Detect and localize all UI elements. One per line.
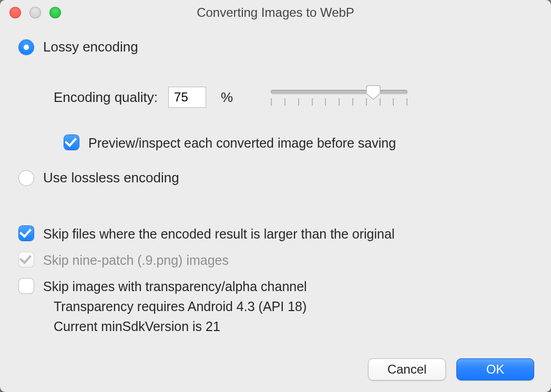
encoding-quality-slider[interactable] (271, 82, 407, 112)
skip-larger-row: Skip files where the encoded result is l… (19, 226, 531, 242)
skip-ninepatch-checkbox (19, 252, 34, 267)
window-title: Converting Images to WebP (197, 5, 354, 20)
lossy-encoding-radio[interactable] (19, 40, 34, 55)
transparency-note-1: Transparency requires Android 4.3 (API 1… (54, 296, 531, 316)
ok-button[interactable]: OK (456, 358, 534, 380)
transparency-note-2: Current minSdkVersion is 21 (54, 316, 531, 336)
lossless-encoding-radio[interactable] (19, 171, 34, 185)
preview-check-row: Preview/inspect each converted image bef… (64, 135, 531, 151)
lossless-encoding-label: Use lossless encoding (43, 170, 179, 186)
encoding-quality-label: Encoding quality: (54, 89, 158, 106)
lossy-encoding-label: Lossy encoding (43, 39, 138, 55)
slider-track (271, 90, 407, 94)
dialog-buttons: Cancel OK (368, 358, 534, 380)
skip-ninepatch-label: Skip nine-patch (.9.png) images (43, 252, 229, 268)
slider-thumb[interactable] (366, 85, 381, 100)
encoding-quality-input[interactable] (168, 87, 206, 108)
encoding-quality-row: Encoding quality: % (54, 82, 531, 112)
skip-larger-checkbox[interactable] (19, 226, 34, 241)
slider-ticks (271, 98, 407, 108)
skip-ninepatch-row: Skip nine-patch (.9.png) images (19, 252, 531, 268)
window-minimize-button[interactable] (29, 7, 41, 18)
cancel-button-label: Cancel (387, 362, 427, 377)
preview-checkbox-label: Preview/inspect each converted image bef… (88, 135, 396, 151)
preview-checkbox[interactable] (64, 135, 79, 150)
skip-alpha-label: Skip images with transparency/alpha chan… (43, 278, 307, 294)
skip-alpha-row: Skip images with transparency/alpha chan… (19, 278, 531, 294)
dialog-content: Lossy encoding Encoding quality: % Previ… (0, 25, 551, 336)
window-zoom-button[interactable] (49, 7, 61, 18)
lossless-encoding-row: Use lossless encoding (19, 170, 531, 186)
ok-button-label: OK (486, 362, 505, 377)
window-close-button[interactable] (9, 7, 21, 18)
titlebar: Converting Images to WebP (0, 0, 551, 25)
encoding-quality-unit: % (221, 89, 233, 106)
skip-larger-label: Skip files where the encoded result is l… (43, 226, 394, 242)
lossy-encoding-row: Lossy encoding (19, 39, 531, 55)
cancel-button[interactable]: Cancel (368, 358, 446, 380)
dialog-window: Converting Images to WebP Lossy encoding… (0, 0, 551, 392)
traffic-lights (9, 0, 61, 25)
skip-alpha-checkbox[interactable] (19, 278, 34, 293)
